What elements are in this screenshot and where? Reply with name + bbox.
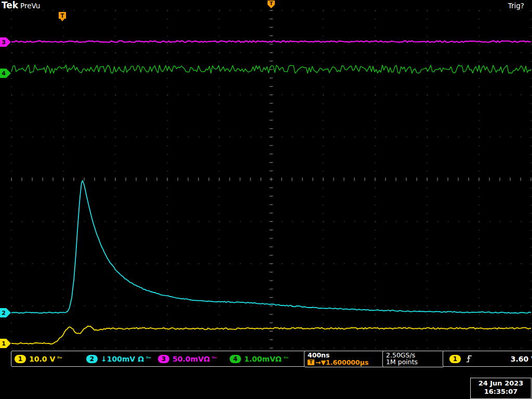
channel-1-badge[interactable]: 1 xyxy=(15,355,26,363)
svg-text:3: 3 xyxy=(2,39,6,46)
channel-3-badge[interactable]: 3 xyxy=(158,355,169,363)
channel-4-scale: 1.00mVΩ xyxy=(244,355,282,363)
channel-4-readout[interactable]: 4 1.00mVΩ ᴮʷ xyxy=(230,355,301,363)
svg-text:4: 4 xyxy=(2,70,6,77)
channel-2-scale: ↓100mV Ω xyxy=(101,355,144,363)
timebase-scale: 400ns xyxy=(308,352,384,358)
channel-marker-3[interactable]: 3 xyxy=(0,37,11,47)
channel-marker-1[interactable]: 1 xyxy=(0,339,11,348)
acquisition-status: PreVu xyxy=(20,2,40,10)
date-readout: 24 Jun 2023 xyxy=(471,379,531,388)
channel-3-scale: 50.0mVΩ xyxy=(172,355,210,363)
trigger-position-value: →▼1.600000µs xyxy=(315,359,368,366)
channel-1-bw-icon: ᴮʷ xyxy=(57,356,62,362)
channel-3-readout[interactable]: 3 50.0mVΩ ᴮʷ xyxy=(158,355,230,363)
timebase-box[interactable]: 400ns T →▼1.600000µs xyxy=(304,351,384,367)
acquisition-box: 2.50GS/s 1M points xyxy=(382,351,444,367)
channel-2-readout[interactable]: 2 ↓100mV Ω ᴮʷ xyxy=(86,355,158,363)
time-readout: 16:35:07 xyxy=(471,388,531,396)
trigger-t-icon: T xyxy=(308,360,314,365)
trigger-source-badge: 1 xyxy=(449,355,461,363)
graticule-display: 1234TT xyxy=(0,0,532,350)
channel-4-badge[interactable]: 4 xyxy=(230,355,241,363)
datetime-box: 24 Jun 2023 16:35:07 xyxy=(470,378,531,399)
svg-text:1: 1 xyxy=(2,340,6,347)
trigger-position-readout: T →▼1.600000µs xyxy=(308,359,384,366)
channel-2-badge[interactable]: 2 xyxy=(86,355,98,363)
waveform-ch1 xyxy=(11,326,531,344)
svg-text:2: 2 xyxy=(2,310,6,316)
trigger-status: Trig? xyxy=(508,2,524,10)
trigger-readout-box[interactable]: 1 3.60 V xyxy=(443,351,532,367)
channel-1-readout[interactable]: 1 10.0 V ᴮʷ xyxy=(15,355,86,363)
channel-3-bw-icon: ᴮʷ xyxy=(212,356,217,362)
channel-marker-4[interactable]: 4 xyxy=(0,69,11,78)
trigger-slope-icon xyxy=(466,354,472,363)
graticule-center-ticks xyxy=(11,10,531,348)
svg-text:T: T xyxy=(61,13,64,19)
trigger-event-marker[interactable]: T xyxy=(59,12,66,21)
channel-1-scale: 10.0 V xyxy=(29,355,55,363)
oscilloscope-screen: 1234TT Tek PreVu Trig? 1 10.0 V ᴮʷ 2 ↓10… xyxy=(0,0,532,399)
waveform-ch3 xyxy=(11,41,531,43)
tek-logo: Tek xyxy=(2,0,18,10)
top-status-bar: Tek PreVu Trig? xyxy=(0,0,532,10)
channel-2-bw-icon: ᴮʷ xyxy=(146,356,151,362)
waveform-ch4 xyxy=(11,65,531,73)
record-length: 1M points xyxy=(386,358,444,365)
trigger-level: 3.60 V xyxy=(511,355,532,363)
channel-readouts-box: 1 10.0 V ᴮʷ 2 ↓100mV Ω ᴮʷ 3 50.0mVΩ ᴮʷ 4… xyxy=(11,351,309,367)
channel-4-bw-icon: ᴮʷ xyxy=(284,356,288,362)
channel-marker-2[interactable]: 2 xyxy=(0,308,11,317)
